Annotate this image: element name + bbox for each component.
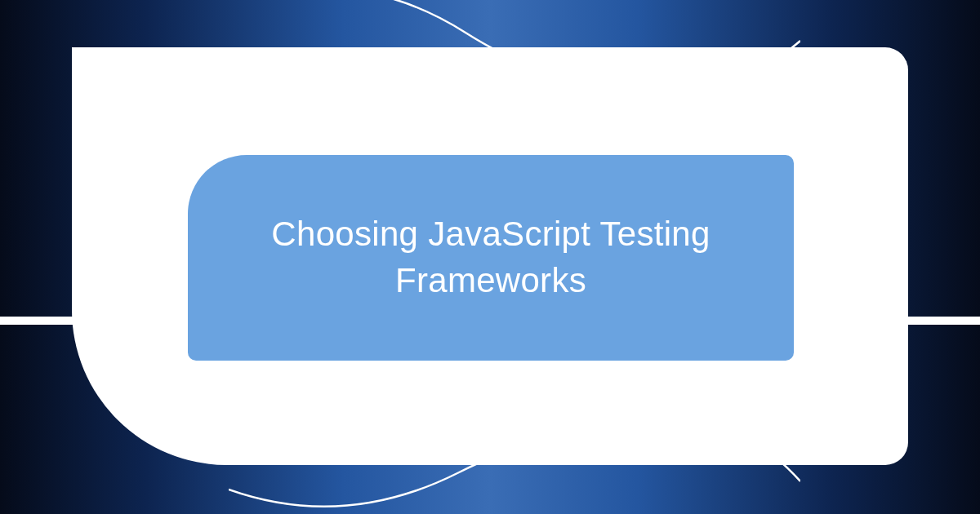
page-title: Choosing JavaScript Testing Frameworks	[220, 211, 761, 304]
inner-title-panel: Choosing JavaScript Testing Frameworks	[188, 155, 794, 361]
